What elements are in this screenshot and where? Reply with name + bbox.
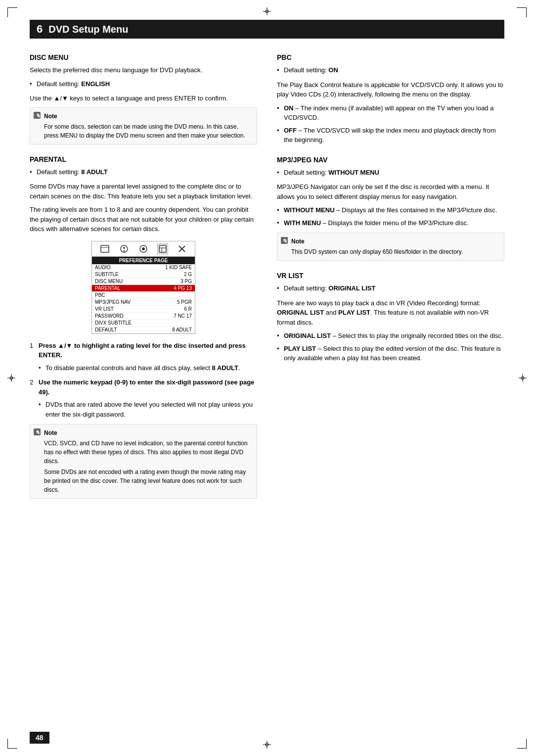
pbc-items: ON – The index menu (if available) will …: [277, 103, 504, 145]
parental-section: PARENTAL Default setting: 8 ADULT Some D…: [30, 155, 257, 499]
preference-table: PREFERENCE PAGE AUDIO 1 KID SAFE SUBTITL…: [91, 241, 195, 334]
vr-list-intro: There are two ways to play back a disc i…: [277, 298, 504, 328]
pref-row-default: DEFAULT 8 ADULT: [92, 327, 195, 333]
mp3-nav-default-value: WITHOUT MENU: [328, 169, 379, 176]
cross-top: [263, 7, 271, 15]
pref-icons-row: [92, 241, 195, 257]
parental-step-2: Use the numeric keypad (0-9) to enter th…: [30, 378, 257, 419]
pbc-section: PBC Default setting: ON The Play Back Co…: [277, 53, 504, 145]
mp3-jpeg-nav-title: MP3/JPEG NAV: [277, 156, 504, 164]
pbc-on-dash: –: [294, 104, 301, 112]
disc-menu-default-list: Default setting: ENGLISH: [30, 79, 257, 89]
pbc-off-term: OFF: [284, 127, 297, 134]
parental-note-label: Note: [44, 428, 252, 437]
parental-default-list: Default setting: 8 ADULT: [30, 167, 257, 177]
pbc-item-off: OFF – The VCD/SVCD will skip the index m…: [277, 126, 504, 145]
pref-row-password: PASSWORD 7 NC 17: [92, 313, 195, 320]
pref-icon-0: [99, 243, 110, 254]
pbc-off-desc: The VCD/SVCD will skip the index menu an…: [284, 127, 496, 144]
parental-step1-main: Press ▲/▼ to highlight a rating level fo…: [39, 342, 246, 359]
mp3-nav-note: ✎ Note This DVD system can only display …: [277, 233, 504, 261]
pref-label-vr-list: VR LIST: [95, 306, 114, 312]
pbc-default-value: ON: [328, 66, 338, 74]
vr-play-term: PLAY LIST: [284, 345, 316, 352]
parental-default-label: Default setting:: [37, 168, 81, 176]
disc-menu-section: DISC MENU Selects the preferred disc men…: [30, 53, 257, 144]
vr-list-item-original: ORIGINAL LIST – Select this to play the …: [277, 331, 504, 341]
pbc-intro: The Play Back Control feature is applica…: [277, 80, 504, 99]
pref-row-vr-list: VR LIST 6 R: [92, 306, 195, 313]
pref-row-audio: AUDIO 1 KID SAFE: [92, 264, 195, 271]
svg-text:✎: ✎: [282, 238, 287, 244]
parental-note-item-1: Some DVDs are not encoded with a rating …: [44, 468, 252, 494]
pref-icon-1: [119, 243, 130, 254]
pref-row-subtitle: SUBTITLE 2 G: [92, 271, 195, 278]
disc-menu-intro: Selects the preferred disc menu language…: [30, 65, 257, 75]
svg-point-19: [142, 247, 145, 250]
vr-list-default-label: Default setting:: [284, 284, 328, 292]
parental-step1-sub-0: To disable parental controls and have al…: [39, 363, 257, 373]
corner-mark-br: [517, 739, 527, 749]
vr-list-items: ORIGINAL LIST – Select this to play the …: [277, 331, 504, 363]
vr-original-dash: –: [331, 332, 338, 339]
parental-default-value: 8 ADULT: [81, 168, 107, 176]
mp3-nav-item-with: WITH MENU – Displays the folder menu of …: [277, 218, 504, 228]
parental-step2-subs: DVDs that are rated above the level you …: [39, 400, 257, 419]
disc-menu-note: ✎ Note For some discs, selection can be …: [30, 107, 257, 144]
chapter-number: 6: [37, 23, 43, 36]
pref-icon-3-active: [157, 243, 168, 254]
parental-para1: Some DVDs may have a parental level assi…: [30, 182, 257, 201]
disc-menu-title: DISC MENU: [30, 53, 257, 61]
vr-list-default-item: Default setting: ORIGINAL LIST: [277, 284, 504, 293]
pref-value-audio: 1 KID SAFE: [165, 265, 192, 270]
pref-label-parental: PARENTAL: [95, 285, 120, 291]
pbc-default-item: Default setting: ON: [277, 65, 504, 75]
pref-label-divx: DIVX SUBTITLE: [95, 320, 132, 326]
note-icon-mp3-nav: ✎: [280, 236, 288, 247]
pbc-default-label: Default setting:: [284, 66, 328, 74]
cross-left: [7, 374, 15, 382]
note-icon-disc-menu: ✎: [33, 111, 41, 122]
mp3-nav-note-item-0: This DVD system can only display 650 fil…: [291, 247, 499, 256]
svg-point-17: [123, 250, 125, 251]
parental-step2-sub-0: DVDs that are rated above the level you …: [39, 400, 257, 419]
pref-value-password: 7 NC 17: [174, 313, 192, 319]
disc-menu-default-label: Default setting:: [37, 80, 81, 88]
pref-header: PREFERENCE PAGE: [92, 257, 195, 264]
vr-list-default-list: Default setting: ORIGINAL LIST: [277, 284, 504, 293]
mp3-nav-item-without: WITHOUT MENU – Displays all the files co…: [277, 205, 504, 215]
parental-para2: The rating levels are from 1 to 8 and ar…: [30, 205, 257, 234]
vr-list-intro2: and: [324, 309, 338, 316]
svg-text:✎: ✎: [35, 429, 40, 435]
mp3-nav-default-label: Default setting:: [284, 169, 328, 176]
mp3-nav-intro: MP3/JPEG Navigator can only be set if th…: [277, 182, 504, 201]
mp3-without-term: WITHOUT MENU: [284, 206, 335, 214]
disc-menu-default-item: Default setting: ENGLISH: [30, 79, 257, 89]
mp3-with-term: WITH MENU: [284, 219, 321, 227]
pref-value-disc-menu: 3 PG: [180, 279, 192, 284]
pref-label-disc-menu: DISC MENU: [95, 279, 123, 284]
mp3-without-desc: Displays all the files contained in the …: [342, 206, 497, 214]
mp3-nav-default-list: Default setting: WITHOUT MENU: [277, 168, 504, 178]
note-icon-parental: ✎: [33, 428, 41, 438]
vr-original-desc: Select this to play the originally recor…: [338, 332, 503, 339]
vr-list-section: VR LIST Default setting: ORIGINAL LIST T…: [277, 272, 504, 363]
mp3-with-dash: –: [321, 219, 328, 227]
parental-note-item-0: VCD, SVCD, and CD have no level indicati…: [44, 439, 252, 466]
mp3-nav-note-label: Note: [291, 237, 499, 246]
parental-default-item: Default setting: 8 ADULT: [30, 167, 257, 177]
corner-mark-tl: [7, 7, 17, 17]
mp3-without-dash: –: [335, 206, 342, 214]
chapter-header-bar: 6 DVD Setup Menu: [30, 20, 504, 39]
pref-icon-2: [138, 243, 149, 254]
disc-menu-note-label: Note: [44, 112, 252, 121]
pref-row-divx: DIVX SUBTITLE: [92, 320, 195, 327]
pref-label-password: PASSWORD: [95, 313, 124, 319]
svg-text:✎: ✎: [36, 113, 40, 119]
parental-steps: Press ▲/▼ to highlight a rating level fo…: [30, 341, 257, 420]
mp3-nav-default-item: Default setting: WITHOUT MENU: [277, 168, 504, 178]
mp3-with-desc: Displays the folder menu of the MP3/Pict…: [328, 219, 469, 227]
parental-step1-subs: To disable parental controls and have al…: [39, 363, 257, 373]
parental-step2-main: Use the numeric keypad (0-9) to enter th…: [39, 378, 254, 396]
pref-label-audio: AUDIO: [95, 265, 111, 270]
